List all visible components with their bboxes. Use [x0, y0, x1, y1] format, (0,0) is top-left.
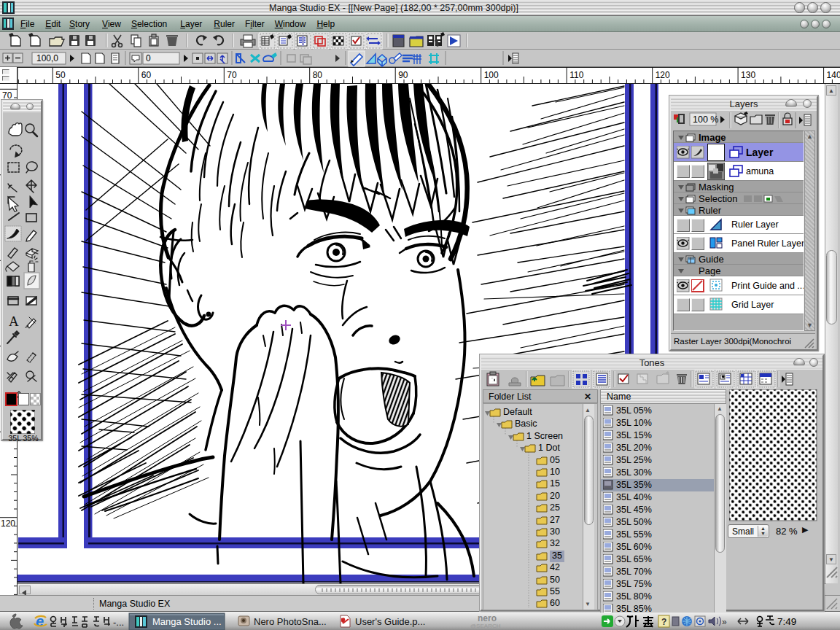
- svg-text:80: 80: [313, 70, 323, 80]
- svg-text:120: 120: [656, 70, 670, 80]
- svg-text:User's Guide.p...: User's Guide.p...: [355, 616, 425, 627]
- svg-text:Guide: Guide: [699, 254, 724, 265]
- svg-text:100 %: 100 %: [693, 114, 718, 125]
- svg-text:130: 130: [741, 70, 755, 80]
- svg-text:100: 100: [484, 70, 499, 80]
- svg-text:70: 70: [2, 90, 12, 101]
- svg-text:70: 70: [227, 70, 237, 80]
- svg-text:120: 120: [1, 518, 15, 529]
- svg-text:110: 110: [569, 70, 583, 80]
- svg-text:0: 0: [146, 53, 151, 63]
- svg-text:»: »: [722, 617, 727, 627]
- svg-text:@SEARCH: @SEARCH: [470, 623, 501, 629]
- svg-text:50: 50: [55, 70, 66, 80]
- svg-text:Image: Image: [699, 132, 726, 143]
- svg-text:Manga Studio ...: Manga Studio ...: [152, 616, 222, 627]
- svg-text:60: 60: [141, 70, 152, 80]
- svg-text:Nero PhotoSna...: Nero PhotoSna...: [254, 616, 327, 627]
- svg-text:Masking: Masking: [699, 182, 734, 192]
- svg-text:140: 140: [827, 70, 840, 80]
- svg-text:?: ?: [661, 617, 666, 627]
- svg-text:7:49: 7:49: [777, 616, 796, 627]
- svg-text:Selection: Selection: [699, 193, 737, 204]
- svg-text:-...: -...: [113, 617, 124, 628]
- svg-text:100,0: 100,0: [36, 53, 58, 63]
- svg-text:A: A: [9, 314, 19, 329]
- svg-text:Page: Page: [699, 265, 720, 276]
- svg-text:Ruler: Ruler: [699, 205, 722, 216]
- svg-text:nero: nero: [478, 613, 497, 623]
- svg-text:90: 90: [398, 70, 408, 80]
